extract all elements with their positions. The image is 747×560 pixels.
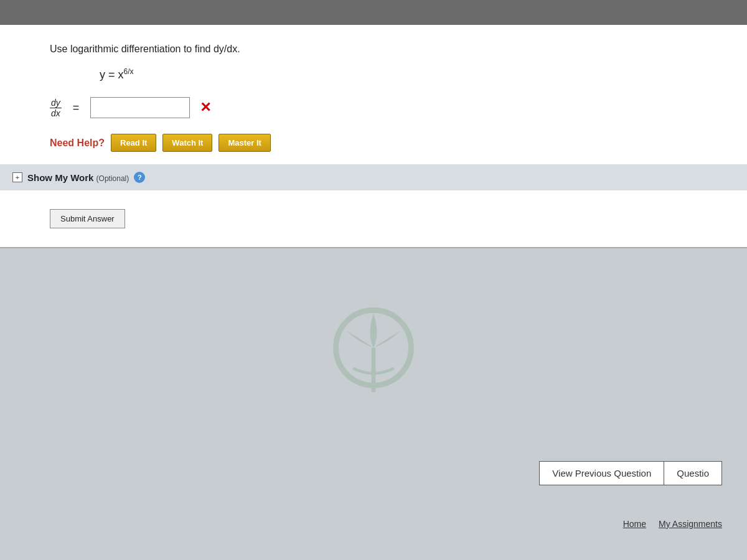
equation-display: y = x6/x bbox=[100, 67, 716, 82]
show-my-work-section: + Show My Work (Optional) ? bbox=[0, 164, 747, 190]
submit-answer-button[interactable]: Submit Answer bbox=[50, 209, 125, 228]
footer-links: Home My Assignments bbox=[623, 519, 722, 529]
my-assignments-link[interactable]: My Assignments bbox=[659, 519, 722, 529]
content-area: Use logarithmic differentiation to find … bbox=[0, 25, 747, 560]
main-container: Use logarithmic differentiation to find … bbox=[0, 0, 747, 560]
instruction-text: Use logarithmic differentiation to find … bbox=[50, 44, 240, 54]
navigation-row: View Previous Question Questio bbox=[539, 461, 722, 485]
view-previous-question-button[interactable]: View Previous Question bbox=[539, 461, 664, 485]
need-help-row: Need Help? Read It Watch It Master It bbox=[50, 134, 716, 152]
equation-base: y = x6/x bbox=[100, 68, 134, 81]
answer-row: dy dx = ✕ bbox=[50, 97, 716, 118]
read-it-button[interactable]: Read It bbox=[111, 134, 156, 152]
home-link[interactable]: Home bbox=[623, 519, 646, 529]
denominator: dx bbox=[50, 108, 62, 118]
submit-area: Submit Answer bbox=[50, 203, 716, 228]
answer-input[interactable] bbox=[90, 97, 190, 118]
numerator: dy bbox=[50, 98, 62, 108]
question-panel: Use logarithmic differentiation to find … bbox=[0, 25, 747, 248]
show-my-work-toggle[interactable]: + bbox=[12, 172, 22, 182]
equals-sign: = bbox=[73, 101, 80, 114]
error-icon: ✕ bbox=[200, 100, 211, 116]
show-my-work-label: Show My Work (Optional) bbox=[27, 172, 129, 183]
show-my-work-optional: (Optional) bbox=[96, 174, 129, 183]
exponent: 6/x bbox=[124, 67, 134, 76]
bottom-panel: View Previous Question Questio Home My A… bbox=[0, 248, 747, 560]
question-next-button[interactable]: Questio bbox=[664, 461, 722, 485]
top-bar bbox=[0, 0, 747, 25]
need-help-label: Need Help? bbox=[50, 138, 105, 149]
svg-point-0 bbox=[336, 310, 411, 385]
watermark bbox=[305, 292, 442, 432]
master-it-button[interactable]: Master It bbox=[218, 134, 270, 152]
watch-it-button[interactable]: Watch It bbox=[162, 134, 212, 152]
dy-dx-fraction: dy dx bbox=[50, 98, 62, 118]
question-mark-button[interactable]: ? bbox=[134, 172, 145, 183]
question-title: Use logarithmic differentiation to find … bbox=[50, 44, 716, 55]
